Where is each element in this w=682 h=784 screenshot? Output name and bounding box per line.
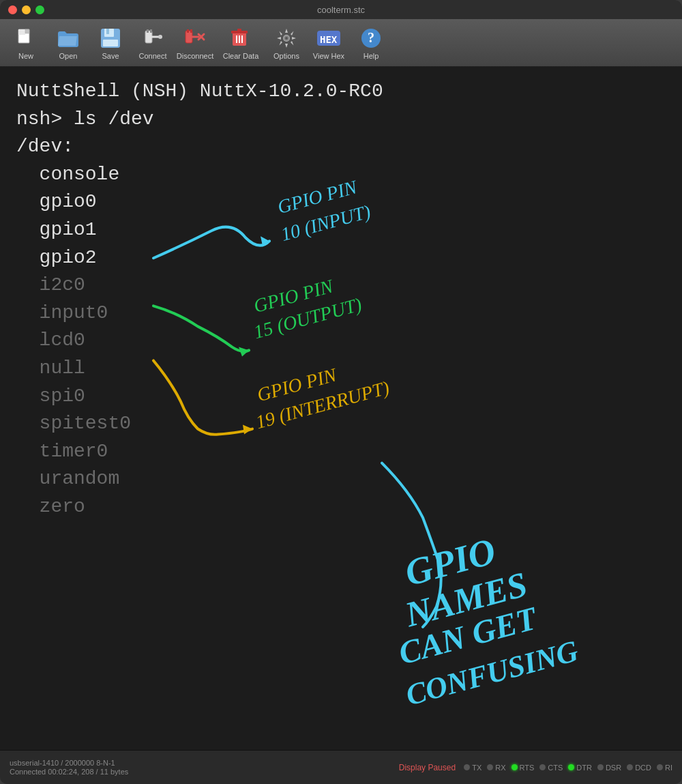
traffic-lights <box>8 5 44 14</box>
status-bar: usbserial-1410 / 2000000 8-N-1 Connected… <box>0 750 682 784</box>
connect-plug-icon <box>140 26 165 50</box>
open-label: Open <box>59 52 78 60</box>
tx-led <box>464 764 470 770</box>
term-line-9: lcd0 <box>16 327 666 355</box>
view-hex-label: View Hex <box>313 52 344 60</box>
term-line-6: gpio2 <box>16 244 666 272</box>
svg-rect-19 <box>237 29 241 31</box>
dcd-led <box>627 764 633 770</box>
term-line-1: nsh> ls /dev <box>16 106 666 134</box>
disconnect-plug-icon <box>183 26 207 50</box>
dcd-label: DCD <box>635 764 651 772</box>
new-label: New <box>18 52 33 60</box>
term-line-15: zero <box>16 493 666 521</box>
term-line-2: /dev: <box>16 133 666 161</box>
cts-label: CTS <box>548 764 563 772</box>
svg-rect-5 <box>103 40 118 46</box>
hex-badge-icon: HEX <box>316 26 341 50</box>
close-button[interactable] <box>8 5 17 14</box>
svg-rect-1 <box>18 29 25 35</box>
clear-data-icon <box>228 26 253 50</box>
dtr-led <box>568 764 574 770</box>
terminal-text: NuttShell (NSH) NuttX-10.2.0-RC0 nsh> ls… <box>0 67 682 532</box>
rx-indicator: RX <box>487 764 505 772</box>
svg-point-10 <box>158 35 162 39</box>
svg-rect-12 <box>187 29 189 33</box>
dtr-label: DTR <box>576 764 592 772</box>
term-line-5: gpio1 <box>16 216 666 244</box>
status-line-1: usbserial-1410 / 2000000 8-N-1 <box>10 759 391 767</box>
status-line-2: Connected 00:02:24, 208 / 11 bytes <box>10 768 391 776</box>
svg-point-25 <box>285 37 288 40</box>
rts-label: RTS <box>520 764 535 772</box>
svg-text:?: ? <box>368 30 374 45</box>
svg-rect-8 <box>150 29 152 33</box>
clear-data-label: Clear Data <box>223 52 259 60</box>
rts-indicator: RTS <box>512 764 535 772</box>
clear-data-button[interactable]: Clear Data <box>217 23 265 63</box>
disconnect-button[interactable]: Disconnect <box>175 23 216 63</box>
tx-indicator: TX <box>464 764 481 772</box>
tx-label: TX <box>472 764 481 772</box>
svg-rect-4 <box>106 29 109 34</box>
cts-led <box>539 764 546 770</box>
open-button[interactable]: Open <box>48 23 89 63</box>
svg-rect-13 <box>190 29 192 33</box>
connect-button[interactable]: Connect <box>132 23 173 63</box>
dsr-led <box>597 764 604 770</box>
cts-indicator: CTS <box>539 764 563 772</box>
help-label: Help <box>364 52 379 60</box>
new-doc-icon <box>14 26 38 50</box>
maximize-button[interactable] <box>35 5 44 14</box>
dsr-indicator: DSR <box>597 764 621 772</box>
term-line-14: urandom <box>16 465 666 493</box>
term-line-8: input0 <box>16 300 666 328</box>
title-bar: coolterm.stc <box>0 0 682 19</box>
svg-text:HEX: HEX <box>320 34 338 45</box>
term-line-4: gpio0 <box>16 188 666 216</box>
options-button[interactable]: Options <box>266 23 307 63</box>
svg-text:NAMES: NAMES <box>400 564 531 635</box>
disconnect-label: Disconnect <box>177 52 213 60</box>
dcd-indicator: DCD <box>627 764 651 772</box>
help-circle-icon: ? <box>359 26 383 50</box>
dtr-indicator: DTR <box>568 764 592 772</box>
rts-led <box>512 764 518 770</box>
connect-label: Connect <box>139 52 167 60</box>
term-line-3: console <box>16 161 666 189</box>
ri-led <box>657 764 663 770</box>
status-indicators: TX RX RTS CTS DTR DSR DCD RI <box>464 764 672 772</box>
display-paused-label: Display Paused <box>399 763 456 772</box>
status-info: usbserial-1410 / 2000000 8-N-1 Connected… <box>10 759 391 776</box>
dsr-label: DSR <box>606 764 621 772</box>
term-line-13: timer0 <box>16 438 666 466</box>
term-line-11: spi0 <box>16 383 666 411</box>
save-disk-icon <box>98 26 123 50</box>
ri-label: RI <box>665 764 672 772</box>
term-line-12: spitest0 <box>16 410 666 438</box>
open-folder-icon <box>56 26 80 50</box>
term-line-0: NuttShell (NSH) NuttX-10.2.0-RC0 <box>16 78 666 106</box>
options-gear-icon <box>274 26 299 50</box>
help-button[interactable]: ? Help <box>351 23 391 63</box>
window-title: coolterm.stc <box>317 5 365 15</box>
save-label: Save <box>102 52 119 60</box>
toolbar: New Open Save <box>0 19 682 67</box>
term-line-7: i2c0 <box>16 272 666 300</box>
options-label: Options <box>273 52 299 60</box>
save-button[interactable]: Save <box>90 23 131 63</box>
term-line-10: null <box>16 355 666 383</box>
minimize-button[interactable] <box>22 5 31 14</box>
ri-indicator: RI <box>657 764 672 772</box>
svg-text:CAN GET: CAN GET <box>395 599 542 671</box>
svg-rect-7 <box>147 29 149 33</box>
rx-led <box>487 764 493 770</box>
rx-label: RX <box>495 764 505 772</box>
new-button[interactable]: New <box>5 23 46 63</box>
terminal-area[interactable]: NuttShell (NSH) NuttX-10.2.0-RC0 nsh> ls… <box>0 67 682 750</box>
svg-text:CONFUSING: CONFUSING <box>402 634 582 712</box>
svg-text:GPIO: GPIO <box>400 530 500 594</box>
view-hex-button[interactable]: HEX View Hex <box>308 23 349 63</box>
